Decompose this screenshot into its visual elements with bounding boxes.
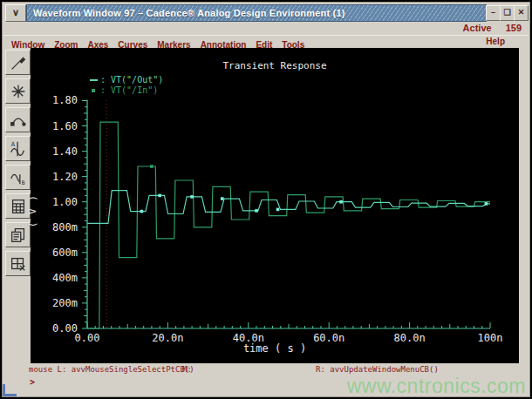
watermark: www.cntronics.com (347, 375, 526, 398)
marker-b-icon: B (9, 168, 28, 187)
in-curve (87, 122, 490, 328)
copy-window-icon (9, 226, 28, 245)
minimize-button[interactable]: – (486, 5, 501, 21)
chevron-down-icon: ∨ (12, 7, 19, 17)
starburst-icon (9, 82, 28, 101)
main-area: AB Transient Response : VT("/Out") : VT(… (3, 48, 529, 363)
close-button[interactable]: ✕ (514, 5, 529, 21)
y-tick-label: 1.40 (31, 146, 78, 158)
x-axis-ticks (87, 322, 490, 328)
y-tick-label: 1.60 (31, 121, 78, 132)
y-tick-label: 400m (31, 273, 78, 284)
menu-bar: Help WindowZoomAxesCurvesMarkersAnnotati… (3, 35, 529, 49)
x-tick-label: 20.0n (148, 333, 187, 344)
status-mouse-middle: M: (182, 363, 192, 376)
prompt-symbol: > (30, 377, 35, 387)
waveform-canvas[interactable] (31, 48, 519, 363)
window-title: Waveform Window 97 – Cadence® Analog Des… (27, 8, 345, 18)
arc-markers-button[interactable] (5, 107, 31, 132)
minimize-icon: – (491, 8, 495, 17)
svg-text:A: A (10, 140, 15, 148)
marker-a-button[interactable]: A (5, 136, 31, 161)
y-tick-label: 1.80 (31, 95, 78, 106)
y-axis-ticks (82, 101, 87, 329)
brush-icon (9, 53, 28, 72)
snip-window-icon (9, 254, 28, 274)
in-point-marker (150, 165, 153, 168)
maximize-icon: ❑ (503, 8, 510, 17)
menu-item-help[interactable]: Help (486, 36, 505, 48)
out-point-marker (485, 202, 488, 206)
x-tick-label: 0.00 (68, 333, 106, 344)
y-tick-label: 1.20 (31, 172, 78, 183)
x-tick-label: 100n (471, 333, 509, 344)
marker-a-icon: A (9, 139, 28, 159)
out-point-marker (255, 209, 258, 213)
active-status: Active159 (463, 23, 522, 34)
close-icon: ✕ (518, 8, 525, 17)
svg-text:B: B (21, 179, 24, 186)
x-tick-label: 40.0n (229, 333, 268, 344)
out-point-marker (221, 197, 224, 200)
out-point-marker (140, 210, 144, 213)
x-axis-unit-label: time ( s ) (31, 342, 519, 355)
x-tick-label: 80.0n (391, 333, 429, 344)
snip-window-button[interactable] (5, 251, 31, 276)
y-tick-label: 600m (31, 247, 78, 259)
resize-corner-grip[interactable] (3, 384, 17, 396)
x-tick-label: 60.0n (310, 333, 348, 344)
window-menu-button[interactable]: ∨ (5, 4, 26, 22)
out-point-marker (158, 194, 161, 198)
active-label: Active (463, 23, 492, 33)
y-tick-label: 800m (31, 222, 78, 233)
active-count: 159 (506, 23, 522, 33)
status-mouse-left: mouse L: avvMouseSingleSelectPtCB() (29, 363, 194, 376)
calculator-icon (9, 197, 28, 216)
arc-markers-icon (9, 111, 28, 130)
plot-area[interactable]: Transient Response : VT("/Out") : VT("/I… (31, 48, 519, 363)
y-tick-label: 200m (31, 298, 78, 309)
waveform-window: ∨ Waveform Window 97 – Cadence® Analog D… (0, 0, 532, 399)
titlebar[interactable]: Waveform Window 97 – Cadence® Analog Des… (26, 4, 487, 22)
out-point-marker (339, 200, 343, 204)
starburst-button[interactable] (5, 78, 31, 104)
out-point-marker (190, 195, 194, 199)
axis-lines (87, 99, 490, 328)
maximize-button[interactable]: ❑ (500, 5, 515, 21)
out-point-marker (276, 208, 280, 212)
marker-b-button[interactable]: B (5, 165, 31, 190)
y-tick-label: 1.00 (31, 197, 78, 208)
brush-button[interactable] (5, 50, 31, 75)
